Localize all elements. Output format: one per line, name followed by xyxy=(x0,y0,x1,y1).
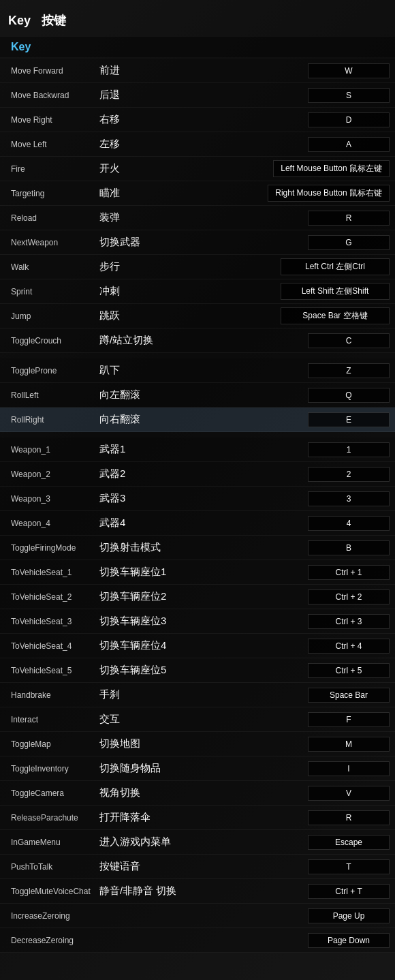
table-row: ToVehicleSeat_1切换车辆座位1Ctrl + 1 xyxy=(0,560,395,585)
action-name: ToggleMuteVoiceChat xyxy=(11,887,99,896)
action-chinese: 切换车辆座位1 xyxy=(99,566,308,579)
key-binding[interactable]: W xyxy=(308,63,390,78)
table-row: ToggleCamera视角切换V xyxy=(0,781,395,806)
action-name: RollLeft xyxy=(11,391,99,400)
table-row: ToVehicleSeat_5切换车辆座位5Ctrl + 5 xyxy=(0,658,395,683)
key-binding[interactable]: G xyxy=(308,235,390,250)
action-chinese: 视角切换 xyxy=(99,786,308,799)
key-binding[interactable]: Space Bar xyxy=(308,688,390,703)
key-binding[interactable]: Ctrl + T xyxy=(308,884,390,899)
divider xyxy=(0,353,395,358)
table-row: Weapon_1武器11 xyxy=(0,438,395,462)
header: Key 按键 xyxy=(0,7,395,37)
key-bindings-list: Move Forward前进WMove Backwrad后退SMove Righ… xyxy=(0,59,395,953)
action-name: RollRight xyxy=(11,415,99,425)
key-binding[interactable]: M xyxy=(308,737,390,752)
action-chinese: 切换地图 xyxy=(99,737,308,750)
action-chinese: 瞄准 xyxy=(99,187,268,200)
action-name: ToVehicleSeat_2 xyxy=(11,592,99,602)
table-row: Move Backwrad后退S xyxy=(0,83,395,108)
action-name: ToVehicleSeat_1 xyxy=(11,568,99,577)
table-row: NextWeapon切换武器G xyxy=(0,230,395,255)
action-name: ToVehicleSeat_3 xyxy=(11,617,99,626)
key-binding[interactable]: V xyxy=(308,786,390,801)
key-binding[interactable]: Right Mouse Button 鼠标右键 xyxy=(268,185,390,202)
header-key-label: Key xyxy=(8,14,31,28)
key-binding[interactable]: Space Bar 空格键 xyxy=(281,307,390,324)
table-row: Reload装弹R xyxy=(0,206,395,230)
action-name: ToggleMap xyxy=(11,739,99,749)
key-binding[interactable]: Ctrl + 1 xyxy=(308,565,390,580)
key-binding[interactable]: I xyxy=(308,761,390,776)
key-binding[interactable]: F xyxy=(308,712,390,727)
action-chinese: 切换车辆座位3 xyxy=(99,615,308,628)
action-name: ToggleFiringMode xyxy=(11,543,99,553)
action-name: Move Right xyxy=(11,115,99,125)
key-binding[interactable]: Z xyxy=(308,363,390,378)
action-name: Interact xyxy=(11,715,99,724)
key-binding[interactable]: C xyxy=(308,333,390,348)
table-row: Sprint冲刺Left Shift 左侧Shift xyxy=(0,279,395,304)
table-row: Weapon_2武器22 xyxy=(0,462,395,487)
key-binding[interactable]: S xyxy=(308,88,390,103)
key-binding[interactable]: 3 xyxy=(308,491,390,506)
key-binding[interactable]: Ctrl + 3 xyxy=(308,614,390,629)
table-row: Handbrake手刹Space Bar xyxy=(0,683,395,707)
key-binding[interactable]: Escape xyxy=(308,835,390,850)
action-chinese: 手刹 xyxy=(99,688,308,701)
action-chinese: 向左翻滚 xyxy=(99,388,308,401)
action-chinese: 切换车辆座位5 xyxy=(99,664,308,677)
action-chinese: 左移 xyxy=(99,138,308,151)
key-binding[interactable]: Left Mouse Button 鼠标左键 xyxy=(273,160,390,177)
action-name: Reload xyxy=(11,213,99,223)
key-binding[interactable]: 4 xyxy=(308,516,390,531)
key-binding[interactable]: R xyxy=(308,211,390,226)
table-row: DecreaseZeroingPage Down xyxy=(0,928,395,953)
action-name: ToVehicleSeat_4 xyxy=(11,641,99,651)
action-name: Jump xyxy=(11,311,99,321)
key-binding[interactable]: 1 xyxy=(308,442,390,457)
main-container: Key 按键 Key Move Forward前进WMove Backwrad后… xyxy=(0,0,395,960)
divider xyxy=(0,432,395,438)
table-row: RollRight向右翻滚E xyxy=(0,408,395,432)
key-binding[interactable]: Left Shift 左侧Shift xyxy=(281,283,390,300)
key-binding[interactable]: 2 xyxy=(308,467,390,482)
table-row: ToggleMap切换地图M xyxy=(0,732,395,756)
action-chinese: 切换车辆座位2 xyxy=(99,590,308,603)
table-row: ToVehicleSeat_2切换车辆座位2Ctrl + 2 xyxy=(0,585,395,609)
key-binding[interactable]: B xyxy=(308,540,390,555)
key-binding[interactable]: A xyxy=(308,137,390,152)
action-name: Handbrake xyxy=(11,690,99,700)
action-chinese: 武器3 xyxy=(99,492,308,505)
table-row: Move Left左移A xyxy=(0,132,395,157)
key-binding[interactable]: Page Down xyxy=(308,933,390,948)
table-row: ToggleMuteVoiceChat静音/非静音 切换Ctrl + T xyxy=(0,879,395,904)
table-row: Move Forward前进W xyxy=(0,59,395,83)
key-binding[interactable]: R xyxy=(308,810,390,825)
key-binding[interactable]: Ctrl + 5 xyxy=(308,663,390,678)
action-name: Targeting xyxy=(11,189,99,198)
table-row: RollLeft向左翻滚Q xyxy=(0,383,395,408)
action-chinese: 后退 xyxy=(99,89,308,102)
key-binding[interactable]: Left Ctrl 左侧Ctrl xyxy=(281,258,390,275)
action-chinese: 步行 xyxy=(99,260,281,273)
action-chinese: 切换射击模式 xyxy=(99,541,308,554)
action-name: IncreaseZeroing xyxy=(11,911,99,921)
action-name: NextWeapon xyxy=(11,238,99,247)
key-binding[interactable]: Q xyxy=(308,388,390,403)
key-binding[interactable]: Page Up xyxy=(308,908,390,923)
action-name: InGameMenu xyxy=(11,838,99,847)
table-row: Weapon_3武器33 xyxy=(0,487,395,511)
key-binding[interactable]: Ctrl + 4 xyxy=(308,639,390,654)
action-name: Walk xyxy=(11,262,99,272)
action-name: ToggleCrouch xyxy=(11,336,99,346)
key-binding[interactable]: E xyxy=(308,412,390,427)
action-chinese: 静音/非静音 切换 xyxy=(99,885,308,898)
key-binding[interactable]: D xyxy=(308,112,390,127)
action-chinese: 切换车辆座位4 xyxy=(99,639,308,652)
action-name: ToggleInventory xyxy=(11,764,99,774)
key-binding[interactable]: Ctrl + 2 xyxy=(308,589,390,604)
key-binding[interactable]: T xyxy=(308,859,390,874)
table-row: Jump跳跃Space Bar 空格键 xyxy=(0,304,395,328)
action-name: Weapon_2 xyxy=(11,470,99,479)
